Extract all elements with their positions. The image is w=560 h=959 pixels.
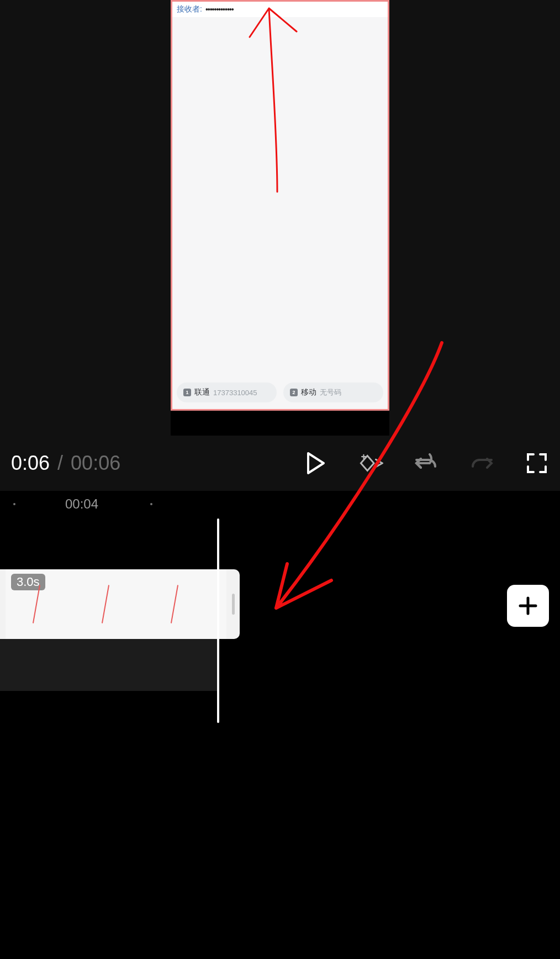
plus-icon bbox=[517, 595, 539, 617]
recipient-masked: ••••••••••••• bbox=[205, 5, 234, 14]
grip-icon bbox=[232, 594, 235, 615]
clip-trim-handle-left[interactable] bbox=[0, 569, 6, 639]
audio-track[interactable] bbox=[0, 639, 217, 691]
timeline-area[interactable]: 00:04 3.0s bbox=[0, 491, 560, 959]
clip-marker bbox=[102, 585, 109, 623]
redo-icon bbox=[469, 453, 494, 473]
clip-marker bbox=[171, 585, 178, 623]
video-preview-area: 接收者: ••••••••••••• 1 联通 17373310045 2 移动… bbox=[0, 0, 560, 436]
redo-button[interactable] bbox=[469, 451, 494, 475]
sim-selector-row: 1 联通 17373310045 2 移动 无号码 bbox=[177, 382, 383, 402]
sim-badge-icon: 1 bbox=[183, 389, 191, 396]
timeline-ruler[interactable]: 00:04 bbox=[0, 491, 560, 518]
play-icon bbox=[306, 452, 326, 474]
fullscreen-button[interactable] bbox=[525, 451, 549, 475]
fullscreen-icon bbox=[526, 452, 548, 474]
message-recipient-bar: 接收者: ••••••••••••• bbox=[172, 2, 388, 17]
keyframe-button[interactable] bbox=[359, 451, 383, 475]
sim2-number: 无号码 bbox=[320, 387, 341, 397]
time-separator: / bbox=[57, 452, 63, 475]
time-total: 00:06 bbox=[71, 452, 120, 475]
sim-badge-icon: 2 bbox=[290, 389, 298, 396]
sim1-number: 17373310045 bbox=[213, 389, 257, 397]
clip-trim-handle-right[interactable] bbox=[226, 569, 240, 639]
clip-body[interactable]: 3.0s bbox=[6, 569, 226, 639]
ruler-label: 00:04 bbox=[65, 496, 98, 512]
phone-frame: 接收者: ••••••••••••• 1 联通 17373310045 2 移动… bbox=[171, 0, 389, 436]
sim2-carrier: 移动 bbox=[301, 387, 316, 397]
video-clip[interactable]: 3.0s bbox=[0, 569, 240, 639]
sim2-chip[interactable]: 2 移动 无号码 bbox=[283, 382, 383, 402]
playback-controls bbox=[304, 451, 549, 475]
ruler-tick bbox=[13, 503, 15, 505]
time-current: 0:06 bbox=[11, 452, 50, 475]
ruler-tick bbox=[150, 503, 152, 505]
playback-bar: 0:06 / 00:06 bbox=[0, 436, 560, 491]
undo-button[interactable] bbox=[414, 451, 439, 475]
annotation-arrow-up bbox=[233, 0, 321, 197]
sim1-chip[interactable]: 1 联通 17373310045 bbox=[177, 382, 277, 402]
playhead[interactable] bbox=[217, 518, 219, 723]
sim1-carrier: 联通 bbox=[194, 387, 210, 397]
phone-screen: 接收者: ••••••••••••• 1 联通 17373310045 2 移动… bbox=[171, 0, 389, 411]
undo-icon bbox=[414, 453, 439, 473]
clip-duration-badge: 3.0s bbox=[11, 574, 45, 590]
clip-marker bbox=[33, 585, 40, 623]
recipient-label: 接收者: bbox=[177, 4, 202, 14]
add-clip-button[interactable] bbox=[507, 585, 549, 627]
keyframe-add-icon bbox=[359, 452, 383, 474]
play-button[interactable] bbox=[304, 451, 328, 475]
